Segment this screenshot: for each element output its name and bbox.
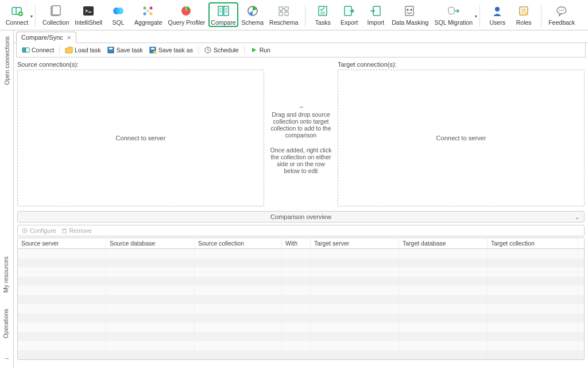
- table-cell: [488, 350, 578, 359]
- table-cell: [311, 249, 399, 258]
- table-cell: [488, 332, 578, 341]
- datamasking-icon: [403, 3, 417, 18]
- col-target-collection[interactable]: Target collection: [488, 238, 578, 248]
- svg-point-7: [117, 7, 123, 14]
- table-row[interactable]: [18, 350, 584, 359]
- rail-expand-icon[interactable]: →: [1, 352, 13, 365]
- roles-button[interactable]: Roles: [511, 2, 536, 27]
- schema-button[interactable]: Schema: [239, 2, 266, 27]
- connect-label: Connect: [32, 47, 54, 53]
- table-cell: [488, 277, 578, 286]
- datamasking-button[interactable]: Data Masking: [389, 2, 431, 27]
- queryprofiler-label: Query Profiler: [168, 19, 206, 26]
- run-button[interactable]: Run: [247, 45, 273, 55]
- reschema-button[interactable]: Reschema: [267, 2, 300, 27]
- source-label: Source connection(s):: [17, 60, 264, 70]
- col-source-collection[interactable]: Source collection: [195, 238, 282, 248]
- compare-button[interactable]: Compare: [208, 2, 238, 27]
- col-source-server[interactable]: Source server: [18, 238, 106, 248]
- overview-grid: Source server Source database Source col…: [17, 237, 585, 360]
- workspace: Open connections My resources Operations…: [0, 30, 588, 368]
- chevron-down-icon[interactable]: ▾: [30, 14, 33, 19]
- datamasking-label: Data Masking: [392, 19, 428, 26]
- tab-compare-sync[interactable]: Compare/Sync ✕: [16, 32, 76, 43]
- intellishell-button[interactable]: IntelliShell: [72, 2, 105, 27]
- table-row[interactable]: [18, 267, 584, 277]
- table-cell: [195, 295, 282, 304]
- play-icon: [250, 46, 258, 54]
- tasks-button[interactable]: Tasks: [310, 2, 335, 27]
- rail-tab-open-connections[interactable]: Open connections: [2, 34, 11, 87]
- table-cell: [282, 277, 311, 286]
- table-row[interactable]: [18, 304, 584, 313]
- import-icon: [369, 3, 382, 18]
- save-task-as-button[interactable]: Save task as: [146, 45, 196, 55]
- schedule-button[interactable]: Schedule: [201, 45, 242, 55]
- table-row[interactable]: [18, 332, 584, 341]
- save-task-button[interactable]: Save task: [104, 45, 146, 55]
- intellishell-label: IntelliShell: [75, 19, 102, 26]
- gear-icon: [21, 227, 28, 234]
- connect-button[interactable]: Connect▾: [3, 2, 30, 27]
- target-dropzone[interactable]: Connect to server: [338, 70, 585, 206]
- aggregate-label: Aggregate: [134, 19, 162, 26]
- main-toolbar: Connect▾CollectionIntelliShellSQLAggrega…: [0, 0, 588, 30]
- collection-button[interactable]: Collection: [40, 2, 71, 27]
- table-row[interactable]: [18, 323, 584, 332]
- table-cell: [282, 295, 311, 304]
- rail-tab-operations[interactable]: Operations: [1, 306, 13, 340]
- svg-rect-18: [279, 12, 283, 16]
- run-label: Run: [260, 47, 270, 53]
- export-button[interactable]: Export: [336, 2, 362, 27]
- remove-button[interactable]: Remove: [61, 227, 92, 234]
- svg-point-40: [153, 51, 157, 54]
- table-cell: [195, 332, 282, 341]
- sql-label: SQL: [113, 19, 125, 26]
- table-row[interactable]: [18, 313, 584, 323]
- users-button[interactable]: Users: [485, 2, 510, 27]
- overview-header[interactable]: Comparison overview ⌄: [17, 211, 585, 223]
- users-label: Users: [489, 19, 505, 26]
- roles-icon: [517, 3, 531, 18]
- table-cell: [106, 267, 195, 277]
- table-cell: [311, 304, 399, 313]
- rail-tab-my-resources[interactable]: My resources: [1, 254, 13, 295]
- queryprofiler-button[interactable]: Query Profiler: [166, 2, 208, 27]
- table-row[interactable]: [18, 286, 584, 295]
- chevron-down-icon[interactable]: ⌄: [575, 214, 579, 220]
- feedback-label: Feedback: [548, 19, 575, 26]
- aggregate-button[interactable]: Aggregate: [132, 2, 164, 27]
- col-with[interactable]: With: [282, 238, 311, 248]
- table-row[interactable]: [18, 295, 584, 304]
- connect-icon: [22, 46, 30, 54]
- table-row[interactable]: [18, 341, 584, 350]
- load-task-button[interactable]: Load task: [62, 45, 104, 55]
- configure-button[interactable]: Configure: [21, 227, 56, 234]
- overview-config-bar: Configure Remove: [17, 225, 585, 236]
- col-target-database[interactable]: Target database: [399, 238, 488, 248]
- close-icon[interactable]: ✕: [67, 34, 71, 41]
- table-cell: [18, 295, 106, 304]
- arrow-right-icon: →: [269, 103, 333, 111]
- sqlmigration-button[interactable]: SQL Migration▾: [432, 2, 475, 27]
- clock-icon: [204, 46, 212, 54]
- table-cell: [282, 249, 311, 258]
- table-row[interactable]: [18, 258, 584, 267]
- connect-button[interactable]: Connect: [19, 45, 57, 55]
- source-dropzone[interactable]: Connect to server: [17, 70, 264, 206]
- target-placeholder: Connect to server: [436, 135, 486, 141]
- sqlmigration-icon: [447, 3, 461, 18]
- table-cell: [311, 332, 399, 341]
- table-row[interactable]: [18, 249, 584, 258]
- col-source-database[interactable]: Source database: [106, 238, 195, 248]
- feedback-button[interactable]: Feedback: [546, 2, 577, 27]
- table-cell: [195, 350, 282, 359]
- compare-label: Compare: [211, 19, 235, 26]
- table-row[interactable]: [18, 277, 584, 286]
- table-cell: [282, 304, 311, 313]
- chevron-down-icon[interactable]: ▾: [475, 14, 477, 19]
- sql-button[interactable]: SQL: [106, 2, 131, 27]
- toolbar-separator: [35, 5, 36, 26]
- col-target-server[interactable]: Target server: [311, 238, 399, 248]
- import-button[interactable]: Import: [363, 2, 388, 27]
